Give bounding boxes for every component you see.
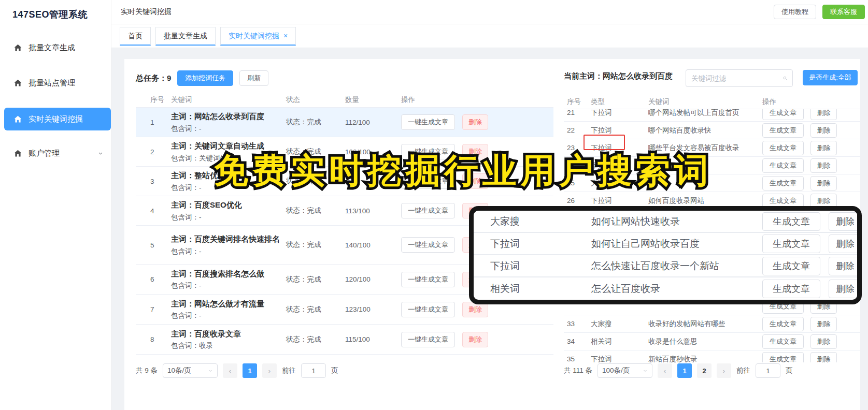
page-size-select[interactable]: 10条/页 — [163, 363, 218, 378]
task-count: 120/100 — [345, 275, 401, 283]
promo-banner-text: 免费实时挖掘行业用户搜索词 — [214, 149, 713, 192]
column-header: 关键词 — [648, 97, 762, 107]
task-count: 115/100 — [345, 335, 401, 343]
chevron-down-icon — [208, 368, 213, 373]
generate-article-button[interactable]: 生成文章 — [762, 334, 804, 349]
generate-article-button[interactable]: 一键生成文章 — [401, 114, 455, 130]
page-size-select[interactable]: 100条/页 — [597, 363, 652, 378]
sidebar-item-2[interactable]: 批量站点管理 — [0, 72, 111, 93]
add-task-button[interactable]: 添加挖词任务 — [177, 70, 233, 86]
goto-page-input[interactable] — [301, 363, 326, 378]
column-header: 操作 — [401, 95, 553, 105]
generate-article-button[interactable]: 生成文章 — [762, 317, 804, 331]
prev-page-button[interactable]: ‹ — [223, 363, 237, 378]
home-icon — [13, 79, 22, 87]
generate-article-button[interactable]: 一键生成文章 — [401, 237, 455, 253]
column-header: 序号 — [150, 95, 171, 105]
sidebar-item-3[interactable]: 实时关键词挖掘 — [4, 108, 111, 130]
delete-button[interactable]: 删除 — [829, 257, 862, 275]
generate-article-button[interactable]: 一键生成文章 — [401, 332, 455, 347]
generate-article-button[interactable]: 生成文章 — [762, 123, 804, 138]
zoomed-keyword-row: 下拉词怎么快速让百度收录一个新站生成文章删除 — [474, 255, 857, 277]
prev-page-button[interactable]: ‹ — [658, 363, 672, 378]
tab-label: 批量文章生成 — [164, 27, 207, 44]
close-icon[interactable]: × — [283, 27, 288, 44]
sidebar-item-4[interactable]: 账户管理 — [0, 143, 111, 164]
keyword-text: 怎么让百度收录 — [591, 282, 762, 296]
delete-button[interactable]: 删除 — [810, 158, 837, 173]
tab-3[interactable]: 实时关键词挖掘× — [220, 27, 296, 46]
delete-button[interactable]: 删除 — [810, 141, 837, 155]
task-row-number: 4 — [150, 207, 171, 215]
contact-support-button[interactable]: 联系客服 — [822, 5, 865, 19]
generate-article-button[interactable]: 生成文章 — [762, 176, 804, 191]
next-page-button[interactable]: › — [262, 363, 277, 378]
goto-page-input[interactable] — [756, 363, 780, 378]
page-unit-label: 页 — [786, 366, 793, 375]
generate-article-button[interactable]: 生成文章 — [762, 109, 804, 120]
keyword-row-number: 26 — [567, 197, 591, 204]
generate-article-button[interactable]: 一键生成文章 — [401, 272, 455, 287]
tab-1[interactable]: 首页 — [120, 27, 151, 46]
next-page-button[interactable]: › — [717, 363, 731, 378]
page-size-value: 100条/页 — [602, 366, 630, 375]
page-number-1[interactable]: 1 — [677, 363, 692, 378]
zoomed-keyword-row: 相关词怎么让百度收录生成文章删除 — [474, 277, 857, 300]
page-number-2[interactable]: 2 — [697, 363, 712, 378]
generate-article-button[interactable]: 生成文章 — [762, 212, 820, 231]
delete-button[interactable]: 删除 — [810, 334, 837, 349]
task-include-word: 包含词：- — [171, 311, 286, 320]
generate-article-button[interactable]: 一键生成文章 — [401, 302, 455, 317]
generate-article-button[interactable]: 生成文章 — [762, 235, 820, 253]
tasks-toolbar: 总任务：9 添加挖词任务 刷新 — [136, 70, 268, 86]
generate-article-button[interactable]: 一键生成文章 — [401, 203, 455, 218]
task-main-word: 主词：百度关键词排名快速排名 — [171, 233, 286, 245]
home-icon — [13, 43, 22, 52]
sidebar-item-1[interactable]: 批量文章生成 — [0, 37, 111, 58]
keyword-row-number: 21 — [567, 109, 591, 116]
delete-button[interactable]: 删除 — [829, 212, 862, 231]
topbar: 实时关键词挖掘 使用教程 联系客服 — [111, 0, 868, 24]
column-header: 类型 — [591, 97, 648, 107]
generate-article-button[interactable]: 生成文章 — [762, 141, 804, 155]
keyword-text: 如何让自己网站收录百度 — [591, 237, 762, 251]
keyword-text: 收录好的发帖网站有哪些 — [648, 319, 762, 329]
delete-button[interactable]: 删除 — [462, 332, 488, 347]
search-icon — [783, 75, 787, 82]
sidebar: 147SEO管理系统 批量文章生成批量站点管理实时关键词挖掘账户管理 — [0, 0, 111, 410]
generate-all-button[interactable]: 是否生成:全部 — [803, 70, 858, 85]
tutorial-button[interactable]: 使用教程 — [774, 5, 816, 19]
task-keyword-cell: 主词：百度搜索排名怎么做包含词：- — [171, 268, 286, 291]
delete-button[interactable]: 删除 — [810, 109, 837, 120]
chevron-down-icon — [643, 368, 648, 373]
delete-button[interactable]: 删除 — [462, 114, 488, 130]
page-number-1[interactable]: 1 — [243, 363, 257, 378]
generate-article-button[interactable]: 生成文章 — [762, 280, 820, 298]
column-header: 关键词 — [171, 95, 286, 105]
task-keyword-cell: 主词：网站怎么收录到百度包含词：- — [171, 111, 286, 134]
delete-button[interactable]: 删除 — [810, 352, 837, 363]
keyword-type: 大家搜 — [591, 319, 648, 329]
generate-article-button[interactable]: 生成文章 — [762, 352, 804, 363]
delete-button[interactable]: 删除 — [829, 235, 862, 253]
tab-2[interactable]: 批量文章生成 — [155, 27, 216, 46]
task-row-number: 3 — [150, 178, 171, 185]
task-include-word: 包含词：收录 — [171, 341, 286, 350]
task-main-word: 主词：百度收录文章 — [171, 328, 286, 340]
generate-article-button[interactable]: 生成文章 — [762, 158, 804, 173]
keyword-type: 相关词 — [591, 337, 648, 346]
task-count: 113/100 — [345, 207, 401, 215]
delete-button[interactable]: 删除 — [829, 280, 862, 298]
keyword-actions: 生成文章删除 — [762, 334, 860, 349]
delete-button[interactable]: 删除 — [810, 123, 837, 138]
home-icon — [13, 115, 22, 124]
task-status: 状态：完成 — [286, 206, 345, 215]
refresh-button[interactable]: 刷新 — [239, 70, 268, 86]
keyword-filter-input[interactable] — [691, 75, 783, 82]
delete-button[interactable]: 删除 — [810, 317, 837, 331]
keyword-actions: 生成文章删除 — [762, 212, 862, 231]
keyword-type: 下拉词 — [591, 196, 648, 206]
generate-article-button[interactable]: 生成文章 — [762, 257, 820, 275]
task-main-word: 主词：百度SEO优化 — [171, 199, 286, 211]
delete-button[interactable]: 删除 — [810, 176, 837, 191]
